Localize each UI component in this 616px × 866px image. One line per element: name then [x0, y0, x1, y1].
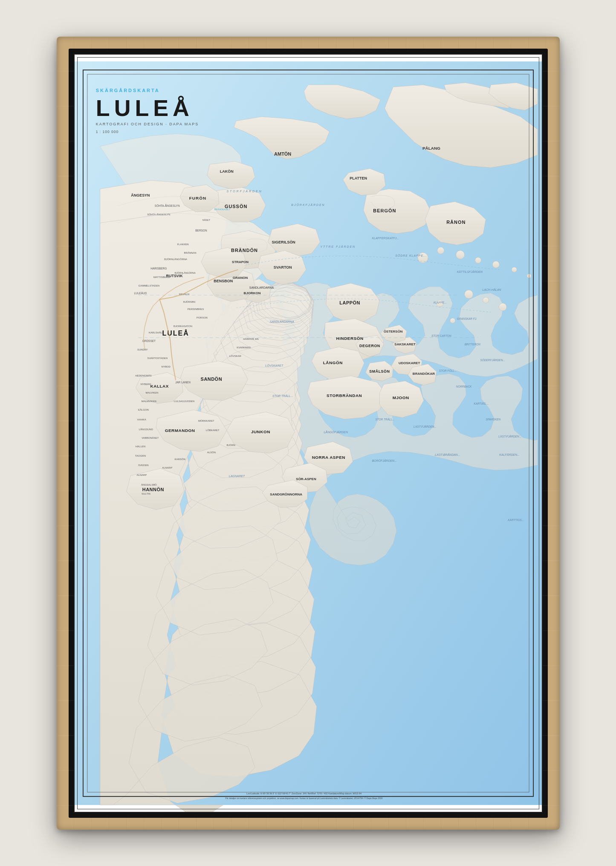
svg-text:SÖHTA-ÅNGESLYN: SÖHTA-ÅNGESLYN — [154, 203, 179, 207]
svg-text:LXGT-FJÄRDEN...: LXGT-FJÄRDEN... — [414, 425, 437, 428]
svg-text:MATTISBERG: MATTISBERG — [153, 276, 170, 278]
svg-text:LÅNGÖFJÄRDEN: LÅNGÖFJÄRDEN — [324, 430, 348, 434]
svg-text:GRANSKAR FJ.: GRANSKAR FJ. — [457, 317, 477, 320]
svg-text:KLAPPE...: KLAPPE... — [433, 301, 446, 304]
wooden-frame: GUSSÖN FURÖN BRÄNDÖN BERGÖN RÅNON LAPPÖN… — [57, 37, 560, 830]
svg-text:SANDGRÖNNORNA: SANDGRÖNNORNA — [270, 492, 302, 496]
svg-text:SANDLARDARNA: SANDLARDARNA — [249, 286, 274, 289]
svg-text:BRITTERON: BRITTERON — [464, 342, 480, 345]
svg-text:STORFJÄRDEN: STORFJÄRDEN — [226, 190, 262, 193]
svg-text:NÄSET: NÄSET — [202, 218, 210, 221]
svg-text:SVARTON: SVARTON — [273, 265, 292, 269]
svg-text:BJÖRKFJÄRDEN: BJÖRKFJÄRDEN — [291, 203, 325, 206]
svg-point-6 — [499, 303, 506, 311]
svg-point-9 — [456, 250, 464, 259]
svg-text:LÖVSKAR: LÖVSKAR — [229, 354, 241, 357]
svg-text:BORÖFJÄRDEN...: BORÖFJÄRDEN... — [372, 459, 397, 462]
svg-text:BJÖRSBN: BJÖRSBN — [183, 301, 195, 303]
svg-text:BRANDÖKAR: BRANDÖKAR — [412, 372, 434, 376]
black-mat: GUSSÖN FURÖN BRÄNDÖN BERGÖN RÅNON LAPPÖN… — [69, 49, 548, 818]
svg-text:ALNARP: ALNARP — [162, 466, 172, 469]
svg-text:LAGNARET: LAGNARET — [228, 474, 245, 477]
svg-text:FLAKKEN: FLAKKEN — [177, 243, 188, 245]
svg-text:TAOGRN: TAOGRN — [135, 454, 145, 457]
svg-text:LXGT-FJÄRDEN...: LXGT-FJÄRDEN... — [498, 434, 521, 437]
svg-text:BJORKON: BJORKON — [243, 291, 260, 295]
svg-text:NYBOD: NYBOD — [161, 365, 171, 368]
svg-text:UDOSKARET: UDOSKARET — [398, 361, 420, 365]
svg-text:NYBERG: NYBERG — [140, 383, 151, 385]
svg-text:BERGÖN: BERGÖN — [373, 208, 396, 213]
svg-text:SPARSKEN: SPARSKEN — [486, 418, 500, 421]
svg-text:SULTIN: SULTIN — [141, 492, 150, 495]
svg-text:PERSINBRES: PERSINBRES — [187, 308, 203, 310]
svg-text:JAR LANEN: JAR LANEN — [175, 381, 191, 384]
svg-text:HAHKA: HAHKA — [137, 418, 146, 421]
svg-text:STOR FÖLL...: STOR FÖLL... — [439, 369, 456, 372]
svg-text:DEGERON: DEGERON — [359, 343, 380, 348]
svg-text:SVARTOSTADEN: SVARTOSTADEN — [147, 356, 168, 359]
svg-text:SVEDEN: SVEDEN — [138, 463, 149, 466]
svg-point-12 — [512, 267, 517, 272]
svg-text:KARTIÄS....: KARTIÄS.... — [474, 402, 489, 405]
svg-text:MALVIKEN: MALVIKEN — [145, 391, 158, 394]
svg-text:VABBONÄSET: VABBONÄSET — [142, 436, 159, 439]
svg-text:STOR TRÄLL...: STOR TRÄLL... — [375, 418, 394, 421]
svg-text:LXGT-BRÄNDAN...: LXGT-BRÄNDAN... — [434, 453, 460, 456]
svg-text:LULSAGJUODEN: LULSAGJUODEN — [174, 400, 194, 403]
svg-text:LÅNGSUND: LÅNGSUND — [139, 428, 153, 431]
svg-point-5 — [483, 297, 489, 303]
svg-text:MJOON: MJOON — [392, 395, 409, 400]
svg-text:STOR TRÄLL...: STOR TRÄLL... — [272, 394, 293, 397]
svg-text:STRAPON: STRAPON — [232, 260, 249, 264]
svg-text:Lon/Latitude: N 65°35'39.5" E : Lon/Latitude: N 65°35'39.5" E 022°09'40.… — [246, 792, 361, 794]
svg-text:LACH-HÄLAN: LACH-HÄLAN — [482, 288, 501, 291]
svg-text:ÖSTERSÖN: ÖSTERSÖN — [383, 329, 402, 333]
svg-point-4 — [464, 290, 473, 298]
svg-text:BJORKASATON: BJORKASATON — [174, 324, 192, 327]
svg-text:YTTRE FJÄRDEN: YTTRE FJÄRDEN — [320, 245, 356, 248]
svg-text:För detaljer om kartans refere: För detaljer om kartans referenssystem o… — [225, 796, 382, 799]
svg-text:HARRVIK EN: HARRVIK EN — [243, 337, 258, 340]
svg-text:BRÄKNASET: BRÄKNASET — [214, 208, 230, 210]
svg-point-11 — [492, 261, 499, 268]
svg-text:BJÖRNLÅNGÖRNA: BJÖRNLÅNGÖRNA — [164, 258, 187, 261]
svg-text:LÅNGÖN: LÅNGÖN — [323, 360, 342, 365]
svg-text:HEDENGMÄS: HEDENGMÄS — [135, 374, 151, 377]
svg-text:BENSBON: BENSBON — [214, 279, 233, 283]
svg-text:SIGERILSÖN: SIGERILSÖN — [272, 240, 295, 244]
svg-text:SÖDRE KLAPPE...: SÖDRE KLAPPE... — [395, 254, 427, 257]
svg-text:SANDÖN: SANDÖN — [200, 377, 222, 382]
svg-text:FURÖN: FURÖN — [189, 195, 206, 200]
svg-text:BRÄNNAN: BRÄNNAN — [184, 251, 196, 254]
svg-text:KALFÄRDEN...: KALFÄRDEN... — [499, 453, 520, 456]
svg-text:JUNKON: JUNKON — [251, 429, 270, 434]
svg-text:HANNÖN: HANNÖN — [142, 487, 164, 492]
svg-text:HALLEN: HALLEN — [135, 445, 145, 447]
svg-text:LULEÅ: LULEÅ — [162, 329, 189, 336]
svg-text:1 : 100 000: 1 : 100 000 — [95, 129, 118, 133]
svg-text:MÖRKKARET: MÖRKKARET — [198, 420, 214, 422]
svg-text:NORRBACK: NORRBACK — [456, 385, 471, 388]
svg-point-3 — [450, 318, 455, 323]
svg-text:LULEÄUD: LULEÄUD — [134, 292, 147, 295]
svg-text:LAPPÖN: LAPPÖN — [339, 300, 360, 305]
svg-text:BERSON: BERSON — [195, 229, 207, 232]
svg-text:KARTOGRAFI OCH DESIGN · DAPA M: KARTOGRAFI OCH DESIGN · DAPA MAPS — [95, 122, 198, 126]
svg-text:BJÖRN: BJÖRN — [226, 443, 235, 446]
svg-point-8 — [437, 247, 444, 254]
svg-text:GAMMELSTADEN: GAMMELSTADEN — [138, 284, 159, 287]
map-container: GUSSÖN FURÖN BRÄNDÖN BERGÖN RÅNON LAPPÖN… — [74, 54, 543, 813]
svg-text:AMTÖN: AMTÖN — [274, 151, 291, 156]
svg-text:BJÖRNLÄNGÖRNA: BJÖRNLÄNGÖRNA — [174, 272, 196, 274]
svg-text:KVARKMAS: KVARKMAS — [237, 346, 251, 348]
svg-text:SUNDBY: SUNDBY — [137, 348, 147, 350]
svg-text:RÅNON: RÅNON — [446, 219, 466, 224]
svg-text:SMÅLSÖN: SMÅLSÖN — [369, 369, 390, 373]
svg-text:ALSÖN: ALSÖN — [207, 451, 215, 453]
svg-text:KÄTTILSFJÄRDEN: KÄTTILSFJÄRDEN — [457, 270, 483, 273]
svg-text:KALLAX: KALLAX — [150, 384, 168, 388]
svg-text:SKÄRGÅRDSKARTA: SKÄRGÅRDSKARTA — [95, 87, 159, 93]
svg-text:KARSÖN: KARSÖN — [174, 458, 185, 460]
svg-text:STOR CARTON: STOR CARTON — [431, 334, 451, 337]
